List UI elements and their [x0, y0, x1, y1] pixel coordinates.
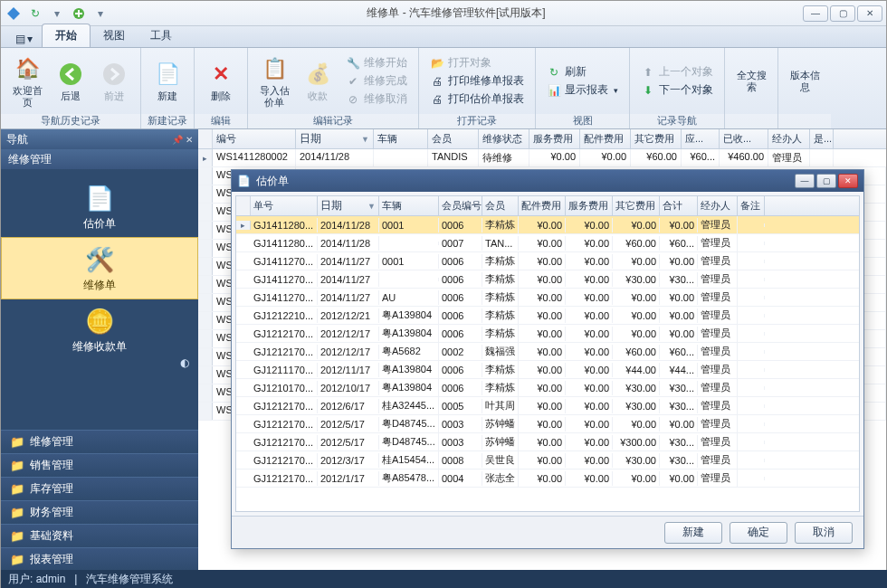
sidebar-folder[interactable]: 📁财务管理 [1, 500, 198, 524]
dialog-grid-header: 单号 日期▼ 车辆 会员编号 会员 配件费用 服务费用 其它费用 合计 经办人 … [236, 196, 859, 216]
sidebar-folder[interactable]: 📁维修管理 [1, 430, 198, 453]
col-svc[interactable]: 服务费用 [529, 129, 580, 148]
table-row[interactable]: GJ1212170...2012/6/17桂A32445...0005叶其周¥0… [236, 397, 859, 415]
check-icon: ✔ [346, 74, 360, 89]
dialog-ok-button[interactable]: 确定 [730, 522, 787, 544]
col-other[interactable]: 其它费用 [631, 129, 682, 148]
sidebar-folder[interactable]: 📁销售管理 [1, 453, 198, 477]
table-row[interactable]: GJ1411270...2014/11/2700010006李精炼¥0.00¥0… [236, 252, 859, 270]
dcol-no[interactable]: 单号 [251, 196, 318, 215]
import-icon: 📋 [260, 54, 289, 83]
open-icon: 📂 [430, 56, 444, 71]
dcol-date[interactable]: 日期▼ [318, 196, 379, 215]
sidebar-section[interactable]: 维修管理 [1, 149, 198, 169]
back-button[interactable]: 后退 [50, 58, 91, 103]
dcol-total[interactable]: 合计 [660, 196, 698, 215]
estimate-icon: 📄 [83, 182, 116, 214]
delete-button[interactable]: ✕删除 [200, 58, 242, 103]
table-row[interactable]: GJ1212170...2012/3/17桂A15454...0008吴世良¥0… [236, 451, 859, 469]
import-estimate-button[interactable]: 📋导入估价单 [253, 52, 295, 109]
col-date[interactable]: 日期▼ [296, 129, 374, 148]
dialog-new-button[interactable]: 新建 [664, 522, 722, 544]
col-is[interactable]: 是... [810, 129, 834, 148]
col-due[interactable]: 应... [682, 129, 720, 148]
dialog-close[interactable]: ✕ [838, 174, 858, 188]
qat-dropdown-icon[interactable]: ▾ [48, 5, 66, 23]
maximize-button[interactable]: ▢ [830, 5, 855, 22]
table-row[interactable]: GJ1212170...2012/5/17粤D48745...0003苏钟蟠¥0… [236, 433, 859, 451]
col-member[interactable]: 会员 [428, 129, 479, 148]
dcol-op[interactable]: 经办人 [698, 196, 738, 215]
dcol-mem[interactable]: 会员 [482, 196, 519, 215]
group-open-record: 打开记录 [419, 114, 535, 128]
sidebar-item-payment[interactable]: 🪙维修收款单 [1, 299, 198, 360]
fulltext-search-button[interactable]: 全文搜索 [730, 68, 772, 93]
table-row[interactable]: GJ1212170...2012/12/17粤A1398040006李精炼¥0.… [236, 325, 859, 343]
col-vehicle[interactable]: 车辆 [374, 129, 428, 148]
sidebar-folder[interactable]: 📁库存管理 [1, 477, 198, 500]
col-paid[interactable]: 已收... [720, 129, 768, 148]
tab-tools[interactable]: 工具 [138, 24, 185, 47]
group-edit-record: 编辑记录 [248, 114, 418, 128]
dialog-titlebar[interactable]: 📄 估价单 — ▢ ✕ [232, 170, 863, 192]
table-row[interactable]: GJ1411280...2014/11/280007TAN...¥0.00¥0.… [236, 234, 859, 252]
dialog-minimize[interactable]: — [795, 174, 815, 188]
home-button[interactable]: 🏠欢迎首页 [6, 52, 48, 109]
tab-view[interactable]: 视图 [91, 24, 138, 47]
col-part[interactable]: 配件费用 [580, 129, 631, 148]
table-row[interactable]: ▸WS14112800022014/11/28TANDIS待维修¥0.00¥0.… [198, 149, 886, 167]
version-info-button[interactable]: 版本信息 [784, 68, 825, 93]
collapse-icon[interactable]: ◐ [180, 356, 189, 369]
close-button[interactable]: ✕ [857, 5, 882, 22]
dialog-maximize[interactable]: ▢ [816, 174, 836, 188]
dialog-title: 估价单 [256, 174, 789, 189]
table-row[interactable]: GJ1212170...2012/5/17粤D48745...0003苏钟蟠¥0… [236, 415, 859, 433]
print-estimate-button[interactable]: 🖨打印估价单报表 [426, 90, 528, 108]
table-row[interactable]: GJ1411270...2014/11/27AU0006李精炼¥0.00¥0.0… [236, 289, 859, 307]
tab-start[interactable]: 开始 [42, 24, 91, 47]
dcol-memno[interactable]: 会员编号 [439, 196, 482, 215]
table-row[interactable]: GJ1212170...2012/1/17粤A85478...0004张志全¥0… [236, 469, 859, 488]
dialog-footer: 新建 确定 取消 [232, 516, 863, 548]
dialog-cancel-button[interactable]: 取消 [795, 522, 853, 544]
minimize-button[interactable]: — [803, 5, 828, 22]
col-operator[interactable]: 经办人 [768, 129, 810, 148]
col-id[interactable]: 编号 [213, 129, 296, 148]
sidebar-folder[interactable]: 📁报表管理 [1, 547, 198, 571]
table-row[interactable]: GJ1212170...2012/12/17粤A56820002魏福强¥0.00… [236, 343, 859, 361]
table-row[interactable]: ▸GJ1411280...2014/11/2800010006李精炼¥0.00¥… [236, 216, 859, 234]
table-row[interactable]: GJ1210170...2012/10/17粤A1398040006李精炼¥0.… [236, 379, 859, 397]
dcol-note[interactable]: 备注 [738, 196, 765, 215]
table-row[interactable]: GJ1212210...2012/12/21粤A1398040006李精炼¥0.… [236, 307, 859, 325]
qat-refresh-icon[interactable]: ↻ [26, 5, 44, 23]
status-bar: 用户: admin | 汽车维修管理系统 [1, 570, 887, 588]
qat-dropdown2-icon[interactable]: ▾ [91, 5, 110, 23]
next-object-button[interactable]: ⬇下一个对象 [637, 81, 717, 99]
forward-button: 前进 [93, 58, 135, 103]
dcol-part[interactable]: 配件费用 [519, 196, 566, 215]
show-report-button[interactable]: 📊显示报表▾ [543, 81, 622, 99]
table-row[interactable]: GJ1211170...2012/11/17粤A1398040006李精炼¥0.… [236, 361, 859, 379]
ribbon: 🏠欢迎首页 后退 前进 导航历史记录 📄新建 新建记录 ✕删除 编辑 📋导入估价… [1, 48, 886, 129]
status-user: 用户: admin [8, 572, 65, 587]
sidebar-item-estimate[interactable]: 📄估价单 [1, 176, 198, 237]
qat-add-icon[interactable] [70, 5, 88, 23]
sidebar-folder[interactable]: 📁基础资料 [1, 524, 198, 547]
refresh-button[interactable]: ↻刷新 [543, 63, 622, 81]
col-status[interactable]: 维修状态 [479, 129, 529, 148]
folder-icon: 📁 [10, 529, 24, 543]
print-repair-button[interactable]: 🖨打印维修单报表 [426, 72, 528, 90]
app-menu[interactable]: ▤▾ [6, 31, 42, 47]
dcol-svc[interactable]: 服务费用 [566, 196, 613, 215]
table-row[interactable]: GJ1411270...2014/11/270006李精炼¥0.00¥0.00¥… [236, 270, 859, 289]
status-app: 汽车维修管理系统 [86, 572, 173, 587]
new-button[interactable]: 📄新建 [147, 58, 188, 103]
refresh-icon: ↻ [547, 65, 561, 80]
dcol-other[interactable]: 其它费用 [613, 196, 660, 215]
window-title: 维修单 - 汽车维修管理软件[试用版本] [110, 5, 803, 21]
sidebar-item-repair[interactable]: 🛠️维修单 [1, 237, 198, 299]
dcol-vehicle[interactable]: 车辆 [379, 196, 439, 215]
pin-icon[interactable]: 📌 ✕ [172, 135, 193, 145]
app-icon[interactable] [5, 5, 23, 23]
print-icon: 🖨 [430, 92, 444, 107]
